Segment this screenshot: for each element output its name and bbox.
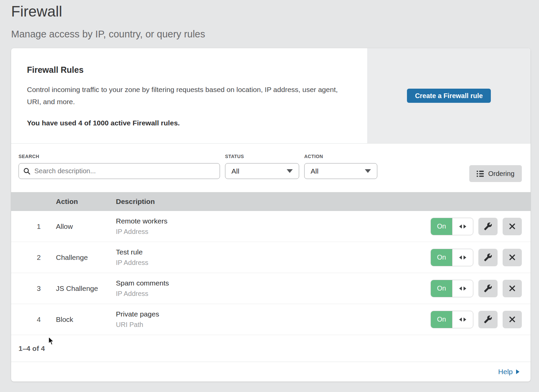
pagination-count: 1–4 of 4 xyxy=(19,344,45,353)
search-input[interactable] xyxy=(19,163,220,179)
intro-heading: Firewall Rules xyxy=(27,65,347,75)
chevron-down-icon xyxy=(287,169,293,173)
rule-enabled-toggle[interactable]: On xyxy=(431,218,473,235)
intro-block: Firewall Rules Control incoming traffic … xyxy=(11,48,367,143)
search-filter-group: SEARCH xyxy=(19,154,220,179)
rule-description-cell: Test rule IP Address xyxy=(116,248,431,267)
table-header: Action Description xyxy=(11,192,531,211)
rule-description: Test rule xyxy=(116,248,431,256)
rule-description-cell: Private pages URI Path xyxy=(116,310,431,329)
caret-right-icon xyxy=(464,255,466,260)
caret-right-icon xyxy=(464,224,466,229)
toggle-on-segment[interactable]: On xyxy=(431,280,452,297)
search-input-wrap xyxy=(19,163,220,179)
caret-left-icon xyxy=(459,224,462,229)
rule-description: Spam comments xyxy=(116,279,431,287)
column-header-action: Action xyxy=(56,198,116,206)
close-icon xyxy=(508,284,516,292)
caret-left-icon xyxy=(459,255,462,260)
delete-rule-button[interactable] xyxy=(503,249,522,266)
table-row: 2 Challenge Test rule IP Address On xyxy=(11,242,531,273)
table-row: 3 JS Challenge Spam comments IP Address … xyxy=(11,273,531,304)
rule-match-type: IP Address xyxy=(116,228,431,236)
create-firewall-rule-button[interactable]: Create a Firewall rule xyxy=(407,89,491,103)
delete-rule-button[interactable] xyxy=(503,218,522,235)
rule-description-cell: Spam comments IP Address xyxy=(116,279,431,298)
rule-controls: On xyxy=(431,311,531,328)
rule-action: JS Challenge xyxy=(56,284,116,293)
rule-description-cell: Remote workers IP Address xyxy=(116,217,431,236)
firewall-rules-card: Firewall Rules Control incoming traffic … xyxy=(11,48,531,382)
action-select[interactable]: All xyxy=(304,163,377,179)
caret-right-icon xyxy=(464,318,466,322)
help-row: Help xyxy=(11,362,531,382)
rule-enabled-toggle[interactable]: On xyxy=(431,249,473,266)
rule-match-type: IP Address xyxy=(116,259,431,267)
toggle-on-segment[interactable]: On xyxy=(431,311,452,328)
edit-rule-button[interactable] xyxy=(478,249,498,266)
status-filter-group: STATUS All xyxy=(225,154,299,179)
caret-right-icon xyxy=(464,287,466,291)
toggle-on-segment[interactable]: On xyxy=(431,218,452,235)
close-icon xyxy=(508,253,516,261)
rule-match-type: URI Path xyxy=(116,321,431,329)
close-icon xyxy=(508,222,516,230)
wrench-icon xyxy=(484,222,492,231)
rule-enabled-toggle[interactable]: On xyxy=(431,311,473,328)
rule-enabled-toggle[interactable]: On xyxy=(431,280,473,297)
status-select[interactable]: All xyxy=(225,163,299,179)
rules-table-body: 1 Allow Remote workers IP Address On xyxy=(11,211,531,335)
rule-controls: On xyxy=(431,218,531,235)
filters-bar: SEARCH STATUS All ACTION All xyxy=(11,143,531,192)
search-label: SEARCH xyxy=(19,154,220,159)
toggle-handle-segment[interactable] xyxy=(452,280,473,297)
rule-match-type: IP Address xyxy=(116,290,431,298)
action-filter-group: ACTION All xyxy=(304,154,377,179)
firewall-page: { "page": { "title": "Firewall", "subtit… xyxy=(0,0,539,392)
page-title: Firewall xyxy=(11,3,539,20)
page-subtitle: Manage access by IP, country, or query r… xyxy=(11,28,539,40)
rule-action: Challenge xyxy=(56,253,116,262)
help-link[interactable]: Help xyxy=(498,368,519,376)
rule-controls: On xyxy=(431,249,531,266)
toggle-handle-segment[interactable] xyxy=(452,249,473,266)
card-top-section: Firewall Rules Control incoming traffic … xyxy=(11,48,531,143)
ordered-list-icon xyxy=(477,171,484,177)
cta-panel: Create a Firewall rule xyxy=(367,48,531,143)
intro-description: Control incoming traffic to your zone by… xyxy=(27,84,345,108)
rule-priority: 1 xyxy=(11,222,56,231)
rule-action: Allow xyxy=(56,222,116,231)
caret-left-icon xyxy=(459,287,462,291)
toggle-on-segment[interactable]: On xyxy=(431,249,452,266)
action-selected-value: All xyxy=(311,167,318,175)
rule-priority: 3 xyxy=(11,284,56,293)
ordering-button-label: Ordering xyxy=(488,170,514,178)
status-label: STATUS xyxy=(225,154,299,159)
chevron-down-icon xyxy=(365,169,371,173)
delete-rule-button[interactable] xyxy=(503,280,522,297)
toggle-handle-segment[interactable] xyxy=(452,218,473,235)
search-icon xyxy=(23,168,31,175)
wrench-icon xyxy=(484,284,492,293)
edit-rule-button[interactable] xyxy=(478,218,498,235)
column-header-description: Description xyxy=(116,198,531,206)
table-row: 4 Block Private pages URI Path On xyxy=(11,304,531,335)
action-label: ACTION xyxy=(304,154,377,159)
edit-rule-button[interactable] xyxy=(478,311,498,328)
pagination-row: 1–4 of 4 xyxy=(11,335,531,362)
wrench-icon xyxy=(484,315,492,324)
wrench-icon xyxy=(484,253,492,262)
rule-priority: 2 xyxy=(11,253,56,262)
page-header: Firewall Manage access by IP, country, o… xyxy=(0,0,539,40)
toggle-handle-segment[interactable] xyxy=(452,311,473,328)
close-icon xyxy=(508,315,516,323)
usage-note: You have used 4 of 1000 active Firewall … xyxy=(27,119,347,127)
delete-rule-button[interactable] xyxy=(503,311,522,328)
ordering-button[interactable]: Ordering xyxy=(469,165,522,182)
rule-action: Block xyxy=(56,315,116,324)
right-triangle-icon xyxy=(516,369,519,374)
status-selected-value: All xyxy=(231,167,239,175)
caret-left-icon xyxy=(459,318,462,322)
edit-rule-button[interactable] xyxy=(478,280,498,297)
rule-priority: 4 xyxy=(11,315,56,324)
